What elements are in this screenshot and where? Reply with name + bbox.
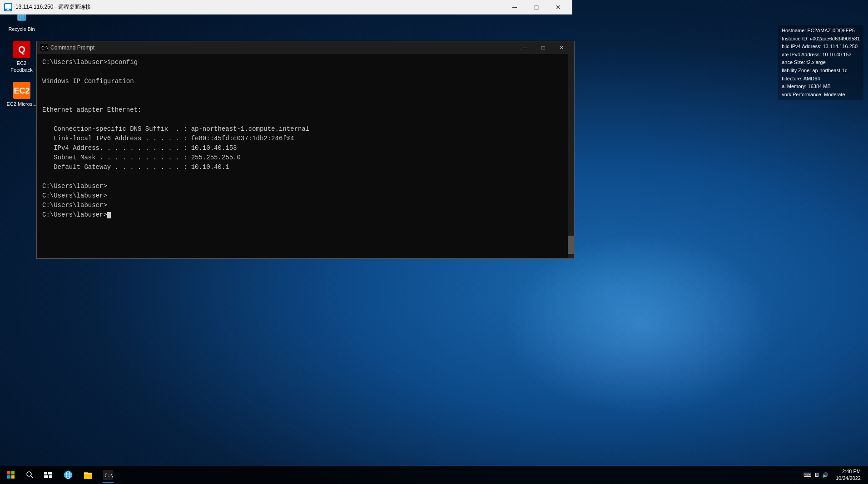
rdp-restore-button[interactable]: □: [526, 0, 547, 15]
info-private-ipv4: ate IPv4 Address: 10.10.40.153: [782, 51, 860, 59]
tray-network-icon[interactable]: 🖥: [814, 472, 819, 478]
cmd-titlebar: C:\ Command Prompt ─ □ ✕: [37, 41, 574, 54]
cmd-scrollbar-thumb[interactable]: [568, 236, 574, 254]
info-memory: al Memory: 16384 MB: [782, 83, 860, 91]
taskbar-cmd-button[interactable]: C:\: [98, 466, 118, 484]
file-explorer-icon: [83, 470, 93, 480]
cmd-body[interactable]: C:\Users\labuser>ipconfig Windows IP Con…: [37, 54, 574, 258]
svg-rect-12: [7, 9, 9, 10]
svg-text:C:\: C:\: [41, 46, 48, 50]
cmd-window: C:\ Command Prompt ─ □ ✕ C:\Users\labuse…: [36, 41, 575, 259]
svg-rect-11: [5, 4, 11, 9]
info-instance-id: Instance ID: i-002aae6d634909581: [782, 35, 860, 43]
info-network: vork Performance: Moderate: [782, 91, 860, 99]
svg-rect-30: [84, 474, 92, 478]
taskbar: C:\ ⌨ 🖥 🔊 2:48 PM 10/24/2022: [0, 466, 868, 484]
info-hostname: Hostname: EC2AMAZ-0DQ6FP5: [782, 27, 860, 35]
tray-sound-icon[interactable]: 🔊: [822, 472, 828, 478]
desktop: Recycle Bin Q EC2 Feedback EC2 EC2 Micro…: [0, 0, 868, 484]
taskbar-tray: ⌨ 🖥 🔊 2:48 PM 10/24/2022: [802, 466, 868, 484]
rdp-close-button[interactable]: ✕: [548, 0, 569, 15]
windows-logo-icon: [7, 471, 15, 479]
cmd-close-button[interactable]: ✕: [552, 41, 570, 54]
info-public-ipv4: blic IPv4 Address: 13.114.116.250: [782, 43, 860, 51]
info-architecture: hitecture: AMD64: [782, 75, 860, 83]
rdp-icon: [4, 3, 13, 12]
cmd-scrollbar[interactable]: [568, 54, 574, 258]
ie-icon: [63, 470, 73, 480]
rdp-titlebar: 13.114.116.250 - 远程桌面连接 ─ □ ✕: [0, 0, 572, 15]
svg-point-16: [27, 472, 31, 476]
info-instance-size: ance Size: t2.xlarge: [782, 59, 860, 67]
cmd-cursor: [107, 212, 111, 218]
taskbar-search-button[interactable]: [22, 466, 38, 484]
rdp-minimize-button[interactable]: ─: [504, 0, 525, 15]
svg-rect-13: [6, 10, 10, 10]
svg-rect-18: [44, 472, 47, 474]
rdp-titlebar-title: 13.114.116.250 - 远程桌面连接: [15, 3, 504, 11]
taskbar-ie-button[interactable]: [58, 466, 78, 484]
taskbar-clock[interactable]: 2:48 PM 10/24/2022: [832, 468, 864, 482]
taskbar-taskview-button[interactable]: [38, 466, 58, 484]
info-panel: Hostname: EC2AMAZ-0DQ6FP5 Instance ID: i…: [778, 25, 863, 100]
taskbar-pinned-apps: C:\: [58, 466, 118, 484]
svg-rect-21: [49, 475, 52, 478]
rdp-titlebar-controls: ─ □ ✕: [504, 0, 569, 15]
svg-rect-20: [44, 475, 48, 478]
taskbar-date: 10/24/2022: [836, 475, 861, 482]
taskbar-time: 2:48 PM: [836, 468, 861, 475]
cmd-output: C:\Users\labuser>ipconfig Windows IP Con…: [42, 58, 569, 220]
cmd-icon: C:\: [40, 44, 48, 51]
cmd-restore-button[interactable]: □: [534, 41, 552, 54]
task-view-icon: [44, 472, 52, 478]
cmd-titlebar-title: Command Prompt: [50, 44, 516, 51]
tray-icons: ⌨ 🖥 🔊: [802, 472, 830, 478]
cmd-taskbar-icon: C:\: [103, 470, 113, 480]
svg-text:C:\: C:\: [104, 473, 113, 479]
search-icon: [26, 471, 34, 479]
tray-keyboard-icon[interactable]: ⌨: [804, 472, 811, 478]
info-availability-zone: llability Zone: ap-northeast-1c: [782, 67, 860, 75]
taskbar-start-button[interactable]: [0, 466, 22, 484]
svg-line-17: [31, 476, 33, 478]
cmd-minimize-button[interactable]: ─: [516, 41, 534, 54]
svg-rect-19: [48, 472, 52, 474]
cmd-titlebar-controls: ─ □ ✕: [516, 41, 570, 54]
taskbar-file-explorer-button[interactable]: [78, 466, 98, 484]
